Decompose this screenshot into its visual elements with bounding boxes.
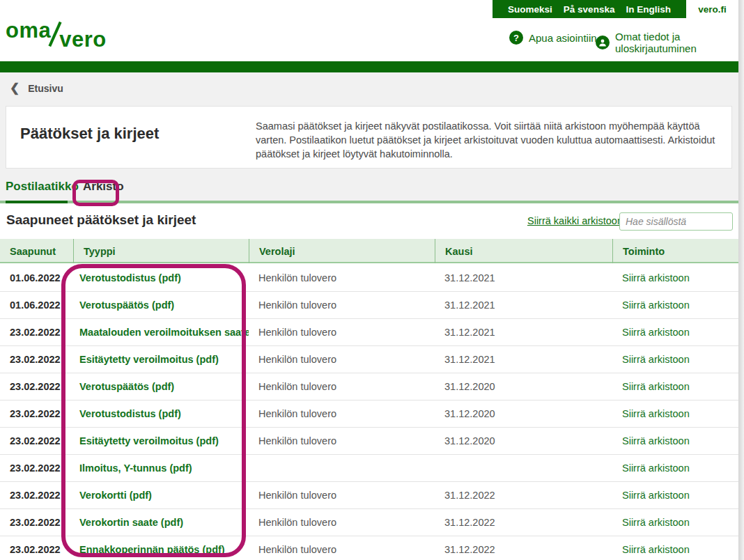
tab-postilaatikko[interactable]: Postilaatikko	[6, 180, 79, 194]
cell-verolaji: Henkilön tulovero	[249, 435, 435, 446]
cell-siirra-arkistoon-link[interactable]: Siirrä arkistoon	[612, 272, 738, 283]
cell-siirra-arkistoon-link[interactable]: Siirrä arkistoon	[612, 490, 738, 501]
cell-verolaji: Henkilön tulovero	[249, 408, 435, 419]
column-header-toiminto[interactable]: Toiminto	[612, 239, 738, 263]
lang-suomeksi[interactable]: Suomeksi	[508, 4, 552, 15]
cell-verolaji: Henkilön tulovero	[249, 300, 435, 311]
top-header: omavero Suomeksi På svenska In English v…	[0, 0, 738, 61]
cell-tyyppi-document-link[interactable]: Verotuspäätös (pdf)	[73, 300, 249, 311]
table-row: 23.02.2022 Esitäytetty veroilmoitus (pdf…	[0, 346, 738, 373]
cell-kausi: 31.12.2021	[435, 272, 612, 283]
search-input[interactable]	[619, 212, 733, 231]
omavero-logo[interactable]: omavero	[6, 18, 107, 43]
cell-tyyppi-document-link[interactable]: Verokortti (pdf)	[73, 490, 249, 501]
language-bar: Suomeksi På svenska In English	[493, 0, 686, 18]
cell-tyyppi-document-link[interactable]: Verotustodistus (pdf)	[73, 408, 249, 419]
cell-tyyppi-document-link[interactable]: Verokortin saate (pdf)	[73, 517, 249, 528]
cell-siirra-arkistoon-link[interactable]: Siirrä arkistoon	[612, 517, 738, 528]
table-row: 23.02.2022 Verokortin saate (pdf) Henkil…	[0, 509, 738, 536]
table-row: 23.02.2022 Verokortti (pdf) Henkilön tul…	[0, 482, 738, 509]
cell-saapunut-date: 23.02.2022	[0, 327, 73, 338]
cell-saapunut-date: 23.02.2022	[0, 408, 73, 419]
column-header-saapunut[interactable]: Saapunut	[0, 239, 73, 263]
cell-tyyppi-document-link[interactable]: Esitäytetty veroilmoitus (pdf)	[73, 354, 249, 365]
cell-kausi: 31.12.2022	[435, 544, 612, 555]
table-row: 01.06.2022 Verotustodistus (pdf) Henkilö…	[0, 265, 738, 292]
cell-saapunut-date: 01.06.2022	[0, 272, 73, 283]
cell-kausi: 31.12.2021	[435, 327, 612, 338]
table-row: 01.06.2022 Verotuspäätös (pdf) Henkilön …	[0, 292, 738, 319]
question-mark-icon: ?	[509, 31, 523, 45]
cell-siirra-arkistoon-link[interactable]: Siirrä arkistoon	[612, 327, 738, 338]
account-link[interactable]: Omat tiedot ja uloskirjautuminen	[596, 31, 738, 54]
table-row: 23.02.2022 Ennakkoperinnän päätös (pdf) …	[0, 536, 738, 560]
help-link[interactable]: ? Apua asiointiin	[509, 31, 597, 45]
cell-siirra-arkistoon-link[interactable]: Siirrä arkistoon	[612, 544, 738, 555]
cell-kausi: 31.12.2022	[435, 490, 612, 501]
cell-saapunut-date: 23.02.2022	[0, 462, 73, 474]
table-row: 23.02.2022 Ilmoitus, Y-tunnus (pdf) Siir…	[0, 455, 738, 482]
table-header-row: Saapunut Tyyppi Verolaji Kausi Toiminto	[0, 239, 738, 263]
lang-in-english[interactable]: In English	[626, 4, 671, 15]
page-intro-card: Päätökset ja kirjeet Saamasi päätökset j…	[6, 106, 732, 169]
lang-pa-svenska[interactable]: På svenska	[564, 4, 615, 15]
user-icon	[596, 36, 610, 49]
active-tab-indicator	[6, 201, 68, 203]
cell-kausi: 31.12.2020	[435, 435, 612, 446]
table-row: 23.02.2022 Esitäytetty veroilmoitus (pdf…	[0, 428, 738, 455]
cell-saapunut-date: 23.02.2022	[0, 517, 73, 528]
cell-kausi: 31.12.2020	[435, 408, 612, 419]
cell-siirra-arkistoon-link[interactable]: Siirrä arkistoon	[612, 381, 738, 392]
cell-verolaji: Henkilön tulovero	[249, 517, 435, 528]
cell-tyyppi-document-link[interactable]: Ilmoitus, Y-tunnus (pdf)	[73, 462, 249, 474]
cell-saapunut-date: 01.06.2022	[0, 300, 73, 311]
cell-tyyppi-document-link[interactable]: Verotustodistus (pdf)	[73, 272, 249, 283]
logo-text-oma: oma	[6, 18, 51, 42]
cell-kausi: 31.12.2020	[435, 381, 612, 392]
chevron-left-icon: ❮	[10, 82, 20, 94]
inbox-section: Saapuneet päätökset ja kirjeet Siirrä ka…	[0, 203, 738, 560]
cell-saapunut-date: 23.02.2022	[0, 435, 73, 446]
cell-saapunut-date: 23.02.2022	[0, 544, 73, 555]
column-header-tyyppi[interactable]: Tyyppi	[73, 239, 249, 263]
account-link-label: Omat tiedot ja uloskirjautuminen	[615, 31, 738, 54]
table-row: 23.02.2022 Verotustodistus (pdf) Henkilö…	[0, 400, 738, 428]
cell-kausi: 31.12.2022	[435, 517, 612, 528]
cell-siirra-arkistoon-link[interactable]: Siirrä arkistoon	[612, 408, 738, 419]
logo-text-vero: vero	[59, 27, 106, 52]
cell-siirra-arkistoon-link[interactable]: Siirrä arkistoon	[612, 435, 738, 446]
page-description: Saamasi päätökset ja kirjeet näkyvät pos…	[256, 119, 731, 161]
cell-verolaji: Henkilön tulovero	[249, 490, 435, 501]
cell-tyyppi-document-link[interactable]: Ennakkoperinnän päätös (pdf)	[73, 544, 249, 555]
cell-tyyppi-document-link[interactable]: Esitäytetty veroilmoitus (pdf)	[73, 435, 249, 446]
cell-kausi: 31.12.2021	[435, 354, 612, 365]
cell-verolaji: Henkilön tulovero	[249, 381, 435, 392]
verofi-link[interactable]: vero.fi	[686, 0, 738, 18]
tab-arkisto[interactable]: Arkisto	[83, 180, 124, 194]
cell-verolaji: Henkilön tulovero	[249, 544, 435, 555]
window-edge-strip	[738, 0, 744, 560]
cell-siirra-arkistoon-link[interactable]: Siirrä arkistoon	[612, 300, 738, 311]
cell-tyyppi-document-link[interactable]: Maatalouden veroilmoituksen saate (pdf)	[73, 327, 249, 338]
green-divider-bar	[0, 61, 738, 72]
table-row: 23.02.2022 Verotuspäätös (pdf) Henkilön …	[0, 373, 738, 400]
column-header-verolaji[interactable]: Verolaji	[249, 239, 435, 263]
cell-kausi: 31.12.2021	[435, 300, 612, 311]
cell-tyyppi-document-link[interactable]: Verotuspäätös (pdf)	[73, 381, 249, 392]
breadcrumb-back-etusivu[interactable]: ❮ Etusivu	[10, 82, 63, 94]
table-row: 23.02.2022 Maatalouden veroilmoituksen s…	[0, 319, 738, 346]
tab-bar: Postilaatikko Arkisto	[0, 169, 738, 203]
cell-saapunut-date: 23.02.2022	[0, 354, 73, 365]
archive-all-link[interactable]: Siirrä kaikki arkistoon	[527, 215, 623, 226]
cell-verolaji: Henkilön tulovero	[249, 272, 435, 283]
page-title: Päätökset ja kirjeet	[20, 125, 159, 143]
cell-siirra-arkistoon-link[interactable]: Siirrä arkistoon	[612, 354, 738, 365]
help-link-label: Apua asiointiin	[529, 32, 597, 44]
table-body: 01.06.2022 Verotustodistus (pdf) Henkilö…	[0, 265, 738, 560]
cell-saapunut-date: 23.02.2022	[0, 381, 73, 392]
cell-siirra-arkistoon-link[interactable]: Siirrä arkistoon	[612, 462, 738, 474]
breadcrumb-label: Etusivu	[28, 83, 63, 94]
column-header-kausi[interactable]: Kausi	[435, 239, 612, 263]
inbox-heading: Saapuneet päätökset ja kirjeet	[6, 212, 196, 228]
cell-saapunut-date: 23.02.2022	[0, 490, 73, 501]
